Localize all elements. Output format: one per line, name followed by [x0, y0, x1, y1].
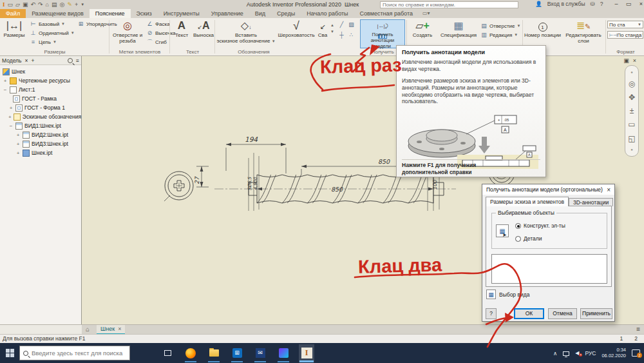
dialog-tab-sketch-dims[interactable]: Размеры эскиза и элементов	[486, 197, 569, 206]
tree-item-view2[interactable]: +ВИД2:Шнек.ipt	[0, 130, 81, 139]
tree-item-resources[interactable]: +Чертежные ресурсы	[0, 76, 81, 85]
view-select-icon[interactable]: ▦	[486, 289, 496, 299]
new-file-icon[interactable]: ▭	[8, 1, 14, 8]
inventor-logo-icon[interactable]: I	[3, 1, 5, 8]
minimize-button[interactable]: –	[614, 1, 618, 7]
tab-tools[interactable]: Инструменты	[158, 9, 205, 18]
select-objects-icon-button[interactable]: ▦➤	[496, 224, 509, 237]
restore-button[interactable]: ▭	[626, 1, 632, 7]
tab-place-views[interactable]: Размещение видов	[26, 9, 90, 18]
task-view-button[interactable]	[160, 344, 175, 362]
layer-dropdown[interactable]: ⊢⊣По станда▼	[607, 31, 643, 39]
navbar-settings-icon[interactable]: ●	[630, 70, 633, 74]
doc-tab-close-icon[interactable]: ×	[118, 325, 121, 333]
radio-features[interactable]: Конструкт. эл-ты	[515, 222, 565, 229]
tree-item-root[interactable]: Шнек	[0, 67, 81, 76]
surface-texture-button[interactable]: √ Шероховатость	[277, 19, 316, 38]
style-dropdown[interactable]: По ста▼	[607, 21, 643, 28]
tree-item-view1[interactable]: −ВИД1:Шнек.ipt	[0, 121, 81, 130]
sign-in-label[interactable]: Вход в службы	[547, 1, 585, 7]
start-button[interactable]	[0, 343, 19, 363]
close-button[interactable]: ×	[639, 1, 643, 7]
create-button[interactable]: ▱+ Создать	[408, 19, 437, 38]
ribbon-collapse-icon[interactable]: ▭▾	[422, 9, 430, 18]
hatch-tool-icon[interactable]: ▨	[348, 21, 355, 28]
language-indicator[interactable]: РУС	[585, 350, 596, 357]
canvas-restore-icon[interactable]: ▣	[623, 57, 633, 64]
edit-layers-button[interactable]: ≣✎ Редактировать слои	[564, 19, 603, 44]
tab-file[interactable]: Файл	[0, 9, 26, 18]
sheet-page-1[interactable]: 1	[620, 335, 623, 343]
volume-muted-icon[interactable]: ◀×	[575, 350, 579, 356]
browser-tab-model[interactable]: Модель	[2, 57, 22, 64]
taskbar-explorer[interactable]	[206, 344, 222, 362]
ok-button[interactable]: ОК	[514, 308, 544, 319]
undo-icon[interactable]: ↶	[30, 1, 35, 8]
help-search-input[interactable]	[380, 1, 518, 8]
pan-icon[interactable]: ✥	[629, 93, 635, 102]
tab-sketch[interactable]: Эскиз	[131, 9, 158, 18]
apply-button[interactable]: Применить	[580, 308, 612, 319]
tree-item-view3[interactable]: +ВИД3:Шнек.ipt	[0, 139, 81, 148]
symbols-scroll[interactable]: ▲ ▼	[330, 23, 334, 34]
tab-collaborate[interactable]: Совместная работа	[354, 9, 419, 18]
scroll-down-icon[interactable]: ▼	[330, 30, 334, 34]
annotations-listbox[interactable]	[491, 254, 607, 284]
measure-icon[interactable]: ◎	[60, 1, 65, 8]
print-icon[interactable]: ▤	[52, 1, 57, 8]
open-file-icon[interactable]: ▱	[15, 1, 20, 8]
taskbar-mail[interactable]: ✉	[252, 344, 268, 362]
help-icon[interactable]: ?	[600, 1, 603, 7]
steering-wheel-icon[interactable]: ◎	[629, 79, 635, 88]
taskbar-search[interactable]	[19, 346, 130, 360]
hole-thread-button[interactable]: ◎ Отверстие и резьба	[111, 19, 144, 44]
hole-table-button[interactable]: ▤Отверстие▼	[480, 22, 520, 30]
tab-annotate[interactable]: Пояснение	[90, 9, 131, 18]
tab-manage[interactable]: Управление	[205, 9, 249, 18]
line-tool-icon[interactable]: ╱	[338, 21, 345, 28]
browser-close-icon[interactable]: ×	[25, 57, 28, 64]
doc-tabs-menu-icon[interactable]: ≡	[636, 326, 640, 333]
qat-customize-icon[interactable]: ▼	[80, 1, 84, 8]
tree-item-part[interactable]: +Шнек.ipt	[0, 148, 81, 157]
tab-environments[interactable]: Среды	[271, 9, 301, 18]
dialog-close-icon[interactable]: ×	[607, 186, 611, 193]
view-select-row[interactable]: ▦ Выбор вида	[486, 289, 529, 299]
tree-item-gost-frame[interactable]: ГОСТ - Рамка	[0, 94, 81, 103]
ordinate-dimension-button[interactable]: ⊥Ординатный▼	[30, 29, 77, 37]
tree-item-sketch-symbols[interactable]: +Эскизные обозначения	[0, 112, 81, 121]
scroll-up-icon[interactable]: ▲	[330, 23, 334, 27]
home-icon[interactable]: ⌂	[46, 1, 49, 8]
get-model-annotations-button[interactable]: |↔|⤸ Получить аннотации модели	[360, 19, 405, 48]
dimension-button[interactable]: |↔| Размеры	[1, 19, 27, 38]
taskbar-clock[interactable]: 0:34 06.02.2020	[601, 348, 626, 358]
add-icon[interactable]: +	[75, 1, 78, 8]
taskbar-store[interactable]: ⊞	[229, 344, 245, 362]
baseline-dimension-button[interactable]: ⊢Базовый▼	[30, 20, 77, 28]
taskbar-search-input[interactable]	[32, 349, 126, 357]
sheet-page-2[interactable]: 2	[634, 335, 638, 343]
home-tab-icon[interactable]: ⌂	[86, 326, 90, 333]
taskbar-firefox[interactable]	[183, 344, 198, 362]
browser-menu-icon[interactable]: ≡	[76, 57, 79, 64]
browser-add-icon[interactable]: +	[31, 57, 34, 64]
navbar-settings2-icon[interactable]: ●	[630, 148, 633, 152]
leader-text-button[interactable]: ↙A Выноска	[193, 19, 214, 38]
browser-search-icon[interactable]	[68, 58, 73, 63]
redo-icon[interactable]: ↷	[38, 1, 43, 8]
zoom-window-icon[interactable]: ▭	[628, 120, 635, 129]
tree-item-sheet[interactable]: −Лист:1	[0, 85, 81, 94]
sign-in-icon[interactable]: 👤	[535, 1, 542, 7]
radio-parts[interactable]: Детали	[515, 235, 542, 242]
document-tab-shnek[interactable]: Шнек×	[97, 325, 125, 335]
dialog-title-bar[interactable]: Получить аннотации модели (ортогональные…	[482, 184, 614, 195]
taskbar-inventor[interactable]: I	[299, 344, 314, 362]
tree-item-gost-form[interactable]: +ГОСТ - Форма 1	[0, 103, 81, 112]
points-tool-icon[interactable]: ∴	[348, 31, 355, 39]
cancel-button[interactable]: Отмена	[548, 308, 577, 319]
tab-getting-started[interactable]: Начало работы	[301, 9, 354, 18]
dialog-help-button[interactable]: ?	[486, 308, 497, 319]
balloon-button[interactable]: 1 Номер позиции	[524, 19, 562, 38]
save-icon[interactable]: ▣	[23, 1, 28, 8]
tab-view[interactable]: Вид	[249, 9, 271, 18]
